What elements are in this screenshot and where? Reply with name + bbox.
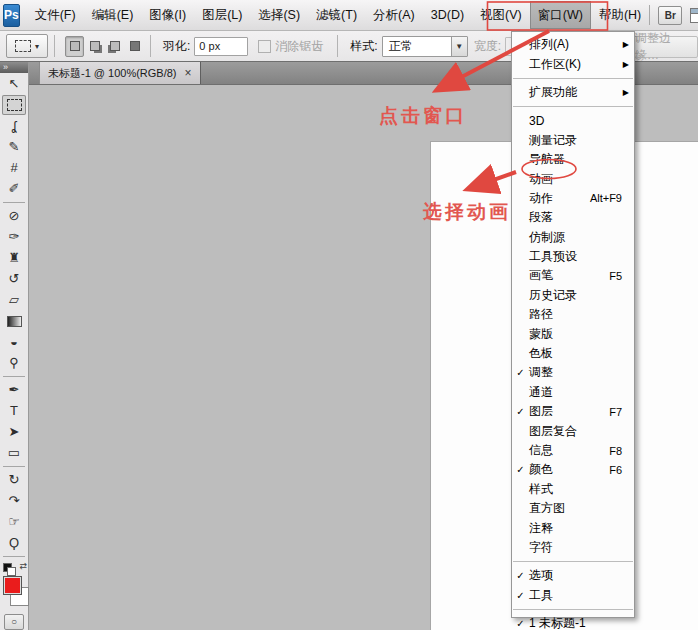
window-menu-item-masks[interactable]: 蒙版 <box>512 324 634 343</box>
foreground-color-swatch[interactable] <box>3 576 22 595</box>
eraser-tool-icon: ▱ <box>9 292 19 307</box>
window-menu-item-info[interactable]: 信息F8 <box>512 441 634 460</box>
window-menu-item-clone-source[interactable]: 仿制源 <box>512 228 634 247</box>
window-menu-item-notes[interactable]: 注释 <box>512 518 634 537</box>
window-menu-item-swatches[interactable]: 色板 <box>512 344 634 363</box>
document-tab[interactable]: 未标题-1 @ 100%(RGB/8) × <box>39 62 201 84</box>
document-tab-title: 未标题-1 @ 100%(RGB/8) <box>48 66 177 81</box>
menubar-item-view[interactable]: 视图(V) <box>472 1 530 29</box>
window-menu-item-tool-presets[interactable]: 工具预设 <box>512 247 634 266</box>
window-menu-item-extensions[interactable]: 扩展功能▶ <box>512 83 634 102</box>
checkmark-icon: ✓ <box>512 406 529 417</box>
path-selection-tool[interactable]: ➤ <box>2 422 26 442</box>
menubar-item-analysis[interactable]: 分析(A) <box>365 1 423 29</box>
checkmark-icon: ✓ <box>512 367 529 378</box>
history-brush-tool[interactable]: ↺ <box>2 269 26 289</box>
window-menu-item-history[interactable]: 历史记录 <box>512 286 634 305</box>
menu-item-shortcut: F7 <box>609 406 634 418</box>
feather-input[interactable]: 0 px <box>194 37 248 56</box>
pen-tool[interactable]: ✒ <box>2 380 26 400</box>
window-menu-item-measurement-log[interactable]: 测量记录 <box>512 131 634 150</box>
menubar-item-file[interactable]: 文件(F) <box>27 1 84 29</box>
window-menu-item-histogram[interactable]: 直方图 <box>512 499 634 518</box>
3d-rotate-tool[interactable]: ↻ <box>2 470 26 490</box>
workspace-switcher-button[interactable]: ▾ <box>690 8 698 23</box>
menubar-item-help[interactable]: 帮助(H) <box>591 1 649 29</box>
window-menu-item-navigator[interactable]: 导航器 <box>512 150 634 169</box>
brush-tool[interactable]: ✑ <box>2 227 26 247</box>
window-menu-item-document-1[interactable]: ✓1 未标题-1 <box>512 614 634 630</box>
gradient-tool-icon <box>7 316 22 327</box>
new-selection-button[interactable] <box>65 36 84 57</box>
chevron-down-icon: ▾ <box>35 42 39 51</box>
hand-tool[interactable]: ☞ <box>2 512 26 532</box>
swap-colors-icon[interactable]: ⇄ <box>19 561 27 571</box>
options-divider <box>150 35 151 57</box>
antialias-checkbox[interactable] <box>258 40 271 53</box>
add-to-selection-button[interactable] <box>85 36 104 57</box>
quick-selection-tool[interactable]: ✎ <box>2 137 26 157</box>
gradient-tool[interactable] <box>2 311 26 331</box>
window-menu-item-arrange[interactable]: 排列(A)▶ <box>512 35 634 54</box>
menu-item-label: 直方图 <box>529 500 565 517</box>
menu-item-label: 导航器 <box>529 151 565 168</box>
3d-orbit-tool[interactable]: ↷ <box>2 491 26 511</box>
crop-tool[interactable]: # <box>2 158 26 178</box>
menubar-item-select[interactable]: 选择(S) <box>250 1 308 29</box>
hand-tool-icon: ☞ <box>8 514 20 529</box>
window-menu-item-adjustments[interactable]: ✓调整 <box>512 363 634 382</box>
style-select[interactable]: 正常 ▼ <box>382 36 468 57</box>
menubar-item-filter[interactable]: 滤镜(T) <box>308 1 365 29</box>
window-menu-item-animation[interactable]: 动画 <box>512 169 634 188</box>
menubar-item-edit[interactable]: 编辑(E) <box>84 1 142 29</box>
menubar-item-layer[interactable]: 图层(L) <box>194 1 250 29</box>
menu-item-label: 测量记录 <box>529 132 577 149</box>
add-selection-icon <box>90 41 100 51</box>
window-menu-item-paths[interactable]: 路径 <box>512 305 634 324</box>
menubar-item-3d[interactable]: 3D(D) <box>423 1 472 29</box>
tool-preset-picker[interactable]: ▾ <box>6 34 48 58</box>
window-menu-item-character[interactable]: 字符 <box>512 538 634 557</box>
window-menu-item-layer-comps[interactable]: 图层复合 <box>512 421 634 440</box>
type-tool[interactable]: T <box>2 401 26 421</box>
menubar-item-window[interactable]: 窗口(W) <box>530 1 591 29</box>
window-menu-item-paragraph[interactable]: 段落 <box>512 208 634 227</box>
rectangular-marquee-tool[interactable] <box>2 95 26 115</box>
menu-separator <box>513 609 633 610</box>
window-menu-item-3d[interactable]: 3D <box>512 111 634 130</box>
default-colors-button[interactable] <box>3 563 14 574</box>
window-menu-item-color[interactable]: ✓颜色F6 <box>512 460 634 479</box>
intersect-selection-button[interactable] <box>125 36 144 57</box>
window-menu-item-channels[interactable]: 通道 <box>512 383 634 402</box>
lasso-tool[interactable]: ʆ <box>2 116 26 136</box>
window-menu-item-options[interactable]: ✓选项 <box>512 566 634 585</box>
window-menu-item-actions[interactable]: 动作Alt+F9 <box>512 189 634 208</box>
shape-tool[interactable]: ▭ <box>2 443 26 463</box>
pen-tool-icon: ✒ <box>9 382 20 397</box>
clone-stamp-tool[interactable]: ♜ <box>2 248 26 268</box>
menu-item-shortcut: F5 <box>609 270 634 282</box>
zoom-tool[interactable]: Ϙ <box>2 533 26 553</box>
window-menu-item-tools[interactable]: ✓工具 <box>512 586 634 605</box>
healing-brush-tool[interactable]: ⊘ <box>2 206 26 226</box>
window-menu-item-styles[interactable]: 样式 <box>512 480 634 499</box>
window-menu-item-workspace[interactable]: 工作区(K)▶ <box>512 54 634 73</box>
zoom-tool-icon: Ϙ <box>9 535 19 550</box>
blur-tool[interactable]: ◒ <box>2 332 26 352</box>
eraser-tool[interactable]: ▱ <box>2 290 26 310</box>
menu-item-label: 调整 <box>529 364 553 381</box>
menu-item-label: 画笔 <box>529 267 553 284</box>
menubar-item-image[interactable]: 图像(I) <box>141 1 194 29</box>
quick-mask-button[interactable]: ○ <box>4 614 24 630</box>
dodge-tool[interactable]: ⚲ <box>2 353 26 373</box>
window-menu-item-layers[interactable]: ✓图层F7 <box>512 402 634 421</box>
bridge-button[interactable]: Br <box>658 6 682 25</box>
eyedropper-tool[interactable]: ✐ <box>2 179 26 199</box>
close-icon[interactable]: × <box>185 66 192 80</box>
menu-item-label: 色板 <box>529 345 553 362</box>
checkmark-icon: ✓ <box>512 464 529 475</box>
subtract-from-selection-button[interactable] <box>105 36 124 57</box>
move-tool[interactable]: ↖ <box>2 74 26 94</box>
toolbar-collapse-button[interactable]: » <box>0 62 28 73</box>
window-menu-item-brushes[interactable]: 画笔F5 <box>512 266 634 285</box>
